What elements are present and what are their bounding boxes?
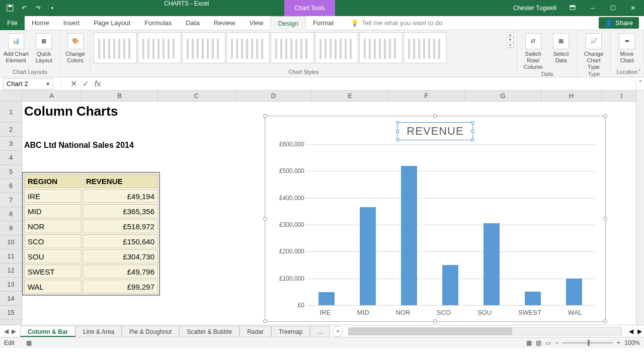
col-header-d[interactable]: D <box>235 90 312 101</box>
col-header-f[interactable]: F <box>388 90 465 101</box>
chart-bar[interactable] <box>484 223 500 305</box>
select-data-button[interactable]: ▦Select Data <box>548 32 575 64</box>
row-header[interactable]: 9 <box>0 221 22 235</box>
sheet-tab-pie-doughnut[interactable]: Pie & Doughnut <box>122 326 179 337</box>
maximize-icon[interactable]: ☐ <box>604 0 622 16</box>
hscroll-right-icon[interactable]: ▶ <box>635 328 644 335</box>
chart-bar[interactable] <box>525 292 541 305</box>
zoom-level[interactable]: 100% <box>624 339 640 346</box>
chart-bar[interactable] <box>566 279 582 305</box>
plot-area[interactable]: £0£100,000£200,000£300,000£400,000£500,0… <box>275 144 595 305</box>
chart-handle[interactable] <box>263 319 267 323</box>
row-header[interactable]: 14 <box>0 292 22 306</box>
chart-bar[interactable] <box>360 207 376 305</box>
col-header-e[interactable]: E <box>312 90 388 101</box>
undo-icon[interactable]: ↶ <box>18 2 30 14</box>
tab-design[interactable]: Design <box>270 16 305 30</box>
col-header-c[interactable]: C <box>158 90 235 101</box>
row-header[interactable]: 10 <box>0 235 22 249</box>
chart-style-thumb[interactable] <box>226 32 270 63</box>
confirm-formula-icon[interactable]: ✓ <box>79 79 92 88</box>
chart-style-thumb[interactable] <box>359 32 403 63</box>
chart-style-thumb[interactable] <box>138 32 181 63</box>
title-handle[interactable] <box>396 130 399 133</box>
horizontal-scrollbar[interactable] <box>348 327 622 335</box>
chart-styles-gallery[interactable] <box>94 32 505 67</box>
tab-view[interactable]: View <box>242 16 270 30</box>
title-handle[interactable] <box>471 130 474 133</box>
chart-bar[interactable] <box>318 292 335 305</box>
col-header-g[interactable]: G <box>465 90 541 101</box>
title-handle[interactable] <box>471 121 474 124</box>
chart-style-thumb[interactable] <box>404 32 447 63</box>
sheet-nav[interactable]: ◀▶ <box>0 328 20 335</box>
hscroll-left-icon[interactable]: ◀ <box>627 328 635 335</box>
save-icon[interactable] <box>4 2 16 14</box>
tab-page-layout[interactable]: Page Layout <box>87 16 137 30</box>
move-chart-button[interactable]: ⬌Move Chart <box>614 32 640 64</box>
row-header[interactable]: 12 <box>0 263 22 278</box>
add-chart-element-button[interactable]: 📊Add Chart Element <box>3 32 29 64</box>
sheet-tab-treemap[interactable]: Treemap <box>271 326 310 337</box>
cells-area[interactable]: Column Charts ABC Ltd National Sales 201… <box>22 102 644 325</box>
col-header-b[interactable]: B <box>82 90 158 101</box>
redo-icon[interactable]: ↷ <box>32 2 44 14</box>
chart-handle[interactable] <box>263 114 267 118</box>
zoom-slider[interactable] <box>562 342 613 344</box>
sheet-tab-radar[interactable]: Radar <box>239 326 271 337</box>
share-button[interactable]: 👤 Share <box>599 17 639 29</box>
chart-handle[interactable] <box>603 319 607 323</box>
sheet-nav-next-icon[interactable]: ▶ <box>12 328 16 335</box>
formula-bar-expand-icon[interactable]: ˅ <box>636 79 644 88</box>
gallery-scroll[interactable]: ▲▼▾ <box>507 32 514 48</box>
col-header-h[interactable]: H <box>541 90 602 101</box>
tab-data[interactable]: Data <box>179 16 206 30</box>
sheet-tab-more[interactable]: ... <box>310 326 330 337</box>
zoom-in-icon[interactable]: + <box>617 339 620 346</box>
chart-object[interactable]: REVENUE £0£100,000£200,000£300,000£400,0… <box>265 116 606 322</box>
tab-review[interactable]: Review <box>207 16 243 30</box>
close-icon[interactable]: ✕ <box>624 0 642 16</box>
view-page-break-icon[interactable]: ▭ <box>545 339 551 346</box>
row-header[interactable]: 2 <box>0 123 22 137</box>
sheet-tab-column-bar[interactable]: Column & Bar <box>20 326 75 337</box>
view-page-layout-icon[interactable]: ▥ <box>536 339 541 346</box>
tab-file[interactable]: File <box>0 16 25 30</box>
view-normal-icon[interactable]: ▦ <box>526 339 532 346</box>
tab-home[interactable]: Home <box>25 16 56 30</box>
chart-handle[interactable] <box>263 217 267 221</box>
ribbon-options-icon[interactable] <box>564 0 582 16</box>
chart-style-thumb[interactable] <box>315 32 358 63</box>
chart-handle[interactable] <box>603 114 607 118</box>
collapse-ribbon-icon[interactable]: ˄ <box>638 69 641 76</box>
row-header[interactable]: 5 <box>0 165 22 179</box>
chart-handle[interactable] <box>603 217 607 221</box>
chart-title[interactable]: REVENUE <box>397 122 473 140</box>
switch-row-column-button[interactable]: ⇄Switch Row/ Column <box>520 32 546 71</box>
chart-style-thumb[interactable] <box>182 32 225 63</box>
name-box[interactable]: Chart 2 ▾ <box>3 78 53 89</box>
macro-record-icon[interactable]: ▦ <box>26 339 32 346</box>
row-header[interactable]: 8 <box>0 207 22 221</box>
change-colors-button[interactable]: 🎨Change Colors <box>63 32 87 64</box>
tab-formulas[interactable]: Formulas <box>137 16 179 30</box>
quick-layout-button[interactable]: ▦Quick Layout <box>31 32 57 64</box>
formula-input[interactable] <box>104 78 636 89</box>
chart-style-thumb[interactable] <box>271 32 314 63</box>
minimize-icon[interactable]: ─ <box>584 0 602 16</box>
row-header[interactable]: 6 <box>0 179 22 193</box>
sheet-nav-prev-icon[interactable]: ◀ <box>4 328 9 335</box>
tell-me-box[interactable]: 💡 Tell me what you want to do <box>341 19 599 27</box>
zoom-out-icon[interactable]: − <box>555 339 558 346</box>
row-header[interactable]: 4 <box>0 151 22 165</box>
row-header[interactable]: 13 <box>0 278 22 292</box>
chart-bar[interactable] <box>401 166 417 305</box>
sheet-tab-line-area[interactable]: Line & Area <box>75 326 122 337</box>
select-all-corner[interactable] <box>0 90 22 101</box>
col-header-a[interactable]: A <box>22 90 82 101</box>
change-chart-type-button[interactable]: 📈Change Chart Type <box>581 32 607 71</box>
title-handle[interactable] <box>396 138 399 141</box>
row-header[interactable]: 3 <box>0 137 22 151</box>
qat-dropdown-icon[interactable]: ▼ <box>46 2 58 14</box>
cancel-formula-icon[interactable]: ✕ <box>67 79 79 88</box>
